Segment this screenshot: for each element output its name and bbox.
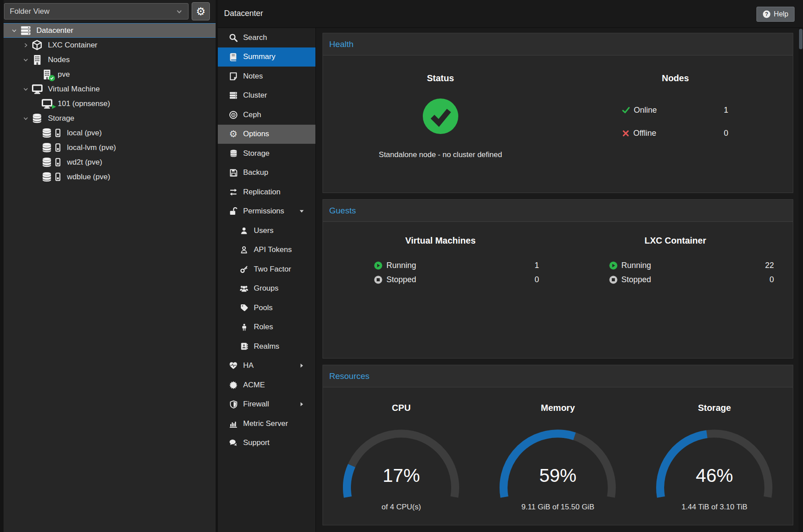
tree-item-virtual-machine[interactable]: Virtual Machine bbox=[4, 82, 216, 96]
menu-item-backup[interactable]: Backup bbox=[218, 163, 315, 183]
menu-item-summary[interactable]: Summary bbox=[218, 47, 315, 67]
lxc-stopped-row: Stopped 0 bbox=[609, 272, 774, 287]
lxc-running-row: Running 22 bbox=[609, 258, 774, 272]
cpu-percent: 17% bbox=[339, 465, 463, 486]
menu-item-two-factor[interactable]: Two Factor bbox=[218, 260, 315, 279]
chevron-down-icon[interactable] bbox=[21, 115, 30, 122]
users-group-icon bbox=[239, 284, 249, 293]
tree-item-label: Virtual Machine bbox=[48, 85, 100, 94]
play-circle-icon bbox=[609, 261, 618, 270]
menu-item-replication[interactable]: Replication bbox=[218, 182, 315, 202]
memory-percent: 59% bbox=[496, 465, 620, 486]
nodes-online-row: Online 1 bbox=[622, 99, 728, 122]
heartbeat-icon bbox=[228, 361, 238, 370]
check-icon bbox=[622, 106, 630, 114]
tree-item-nodes[interactable]: Nodes bbox=[4, 52, 216, 67]
view-mode-select[interactable]: Folder View bbox=[4, 3, 189, 20]
health-panel-header: Health bbox=[323, 33, 793, 55]
tree-item-label: Nodes bbox=[48, 55, 70, 64]
memory-heading: Memory bbox=[480, 403, 636, 413]
menu-item-groups[interactable]: Groups bbox=[218, 279, 315, 299]
menu-item-users[interactable]: Users bbox=[218, 221, 315, 240]
help-button-label: Help bbox=[774, 10, 788, 18]
svg-text:?: ? bbox=[765, 11, 768, 17]
menu-item-metric-server[interactable]: Metric Server bbox=[218, 414, 315, 433]
menu-item-storage[interactable]: Storage bbox=[218, 144, 315, 163]
question-circle-icon: ? bbox=[763, 10, 771, 18]
play-badge bbox=[51, 104, 57, 110]
database-icon bbox=[41, 142, 53, 154]
search-icon bbox=[228, 33, 238, 43]
chevron-down-icon[interactable] bbox=[21, 86, 30, 92]
tree-item-storage-wd2t[interactable]: wd2t (pve) bbox=[4, 155, 216, 169]
menu-item-ceph[interactable]: Ceph bbox=[218, 105, 315, 125]
chevron-down-icon[interactable] bbox=[21, 57, 30, 63]
database-icon bbox=[228, 149, 238, 158]
tree-item-datacenter[interactable]: Datacenter bbox=[4, 23, 216, 38]
health-panel: Health Status Standalone node - no clust… bbox=[323, 33, 793, 193]
tree-item-label: local (pve) bbox=[67, 129, 102, 138]
menu-item-realms[interactable]: Realms bbox=[218, 337, 315, 356]
storage-gauge-column: Storage 46% 1.44 TiB of 3.10 TiB bbox=[636, 387, 793, 512]
person-icon bbox=[239, 322, 249, 332]
play-circle-icon bbox=[374, 261, 382, 270]
virtual-machines-heading: Virtual Machines bbox=[323, 236, 558, 246]
tree-item-storage-local-lvm[interactable]: local-lvm (pve) bbox=[4, 140, 216, 155]
menu-item-permissions[interactable]: Permissions bbox=[218, 202, 315, 221]
building-icon bbox=[31, 54, 43, 66]
menu-item-api-tokens[interactable]: API Tokens bbox=[218, 240, 315, 260]
cluster-status-message: Standalone node - no cluster defined bbox=[323, 150, 558, 159]
cluster-status-column: Status Standalone node - no cluster defi… bbox=[323, 55, 558, 159]
guests-panel-title: Guests bbox=[329, 206, 356, 216]
cpu-gauge: 17% bbox=[339, 421, 463, 505]
menu-item-search[interactable]: Search bbox=[218, 28, 315, 47]
tree-item-label: wdblue (pve) bbox=[67, 173, 110, 181]
user-icon bbox=[239, 226, 249, 236]
unlock-icon bbox=[228, 206, 238, 216]
menu-item-firewall[interactable]: Firewall bbox=[218, 395, 315, 414]
tree-item-label: 101 (opnsense) bbox=[58, 99, 110, 108]
desktop-icon bbox=[31, 83, 43, 95]
stop-circle-icon bbox=[609, 276, 618, 284]
tree-item-lxc-container[interactable]: LXC Container bbox=[4, 38, 216, 52]
chevron-right-icon[interactable] bbox=[21, 42, 30, 48]
running-label: Running bbox=[386, 261, 416, 270]
tree-item-vm-101[interactable]: 101 (opnsense) bbox=[4, 96, 216, 111]
storage-percent: 46% bbox=[652, 465, 776, 486]
menu-item-options[interactable]: ⚙ Options bbox=[218, 125, 315, 144]
times-icon bbox=[622, 130, 630, 137]
menu-item-pools[interactable]: Pools bbox=[218, 298, 315, 318]
gear-icon: ⚙ bbox=[196, 5, 206, 18]
storage-gauge: 46% bbox=[652, 421, 776, 505]
database-icon bbox=[41, 127, 53, 139]
tree-settings-button[interactable]: ⚙ bbox=[192, 2, 210, 20]
tree-item-pve[interactable]: pve bbox=[4, 67, 216, 82]
chevron-down-icon[interactable] bbox=[10, 28, 19, 34]
tree-item-label: local-lvm (pve) bbox=[67, 143, 116, 152]
vm-stopped-count: 0 bbox=[535, 275, 539, 284]
menu-item-roles[interactable]: Roles bbox=[218, 318, 315, 337]
menu-item-ha[interactable]: HA bbox=[218, 356, 315, 376]
menu-item-notes[interactable]: Notes bbox=[218, 67, 315, 86]
scrollbar-thumb[interactable] bbox=[799, 29, 803, 49]
cpu-gauge-column: CPU 17% of 4 CPU(s) bbox=[323, 387, 480, 512]
check-circle-icon bbox=[422, 98, 459, 134]
shield-icon bbox=[228, 399, 238, 409]
help-button[interactable]: ? Help bbox=[756, 7, 795, 22]
tree-item-storage-local[interactable]: local (pve) bbox=[4, 126, 216, 140]
cpu-heading: CPU bbox=[323, 403, 480, 413]
nodes-heading: Nodes bbox=[558, 73, 793, 83]
vertical-scrollbar[interactable] bbox=[799, 28, 803, 532]
drive-icon bbox=[53, 142, 62, 154]
tree-item-storage-wdblue[interactable]: wdblue (pve) bbox=[4, 169, 216, 184]
menu-item-support[interactable]: Support bbox=[218, 433, 315, 453]
menu-item-cluster[interactable]: Cluster bbox=[218, 86, 315, 106]
drive-icon bbox=[53, 156, 62, 168]
server-icon bbox=[20, 24, 31, 36]
stopped-label: Stopped bbox=[622, 275, 651, 284]
tree-item-storage[interactable]: Storage bbox=[4, 111, 216, 126]
tree-item-label: Storage bbox=[48, 114, 75, 123]
menu-item-acme[interactable]: ACME bbox=[218, 375, 315, 395]
memory-gauge-column: Memory 59% 9.11 GiB of 15.50 GiB bbox=[480, 387, 636, 512]
database-icon bbox=[41, 156, 53, 168]
